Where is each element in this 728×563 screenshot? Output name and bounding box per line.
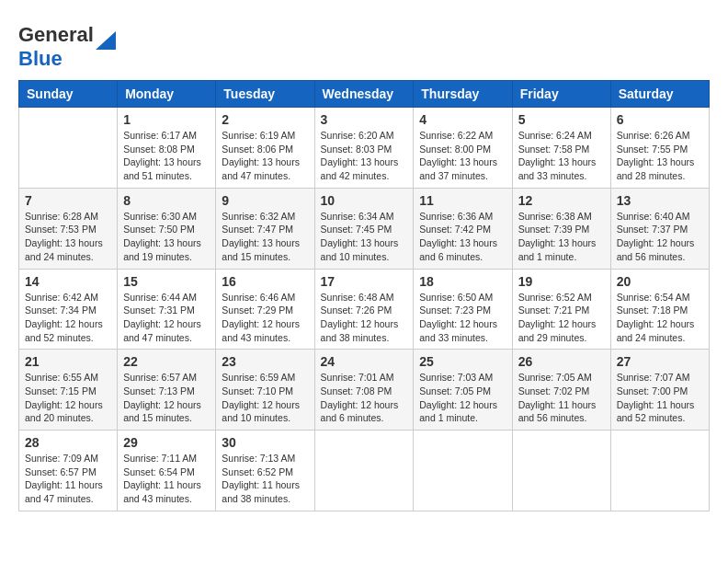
day-number: 25 xyxy=(419,354,506,369)
calendar-empty-cell xyxy=(314,431,414,511)
calendar-week-row: 28Sunrise: 7:09 AM Sunset: 6:57 PM Dayli… xyxy=(19,431,710,511)
day-info: Sunrise: 7:05 AM Sunset: 7:02 PM Dayligh… xyxy=(518,371,605,425)
day-number: 30 xyxy=(222,435,308,450)
day-number: 17 xyxy=(321,274,408,289)
calendar-week-row: 1Sunrise: 6:17 AM Sunset: 8:08 PM Daylig… xyxy=(19,108,710,189)
calendar-empty-cell xyxy=(610,431,709,511)
calendar-day-cell: 17Sunrise: 6:48 AM Sunset: 7:26 PM Dayli… xyxy=(314,269,414,350)
day-number: 23 xyxy=(222,354,308,369)
day-info: Sunrise: 7:13 AM Sunset: 6:52 PM Dayligh… xyxy=(222,452,308,506)
weekday-header: Thursday xyxy=(414,81,512,108)
day-info: Sunrise: 6:54 AM Sunset: 7:18 PM Dayligh… xyxy=(617,291,703,345)
day-info: Sunrise: 6:55 AM Sunset: 7:15 PM Dayligh… xyxy=(25,371,111,425)
calendar-empty-cell xyxy=(512,431,610,511)
day-info: Sunrise: 6:28 AM Sunset: 7:53 PM Dayligh… xyxy=(25,210,111,264)
day-number: 1 xyxy=(123,112,210,127)
day-number: 26 xyxy=(518,354,605,369)
calendar-day-cell: 24Sunrise: 7:01 AM Sunset: 7:08 PM Dayli… xyxy=(314,350,414,431)
day-info: Sunrise: 6:22 AM Sunset: 8:00 PM Dayligh… xyxy=(419,129,506,183)
day-info: Sunrise: 7:01 AM Sunset: 7:08 PM Dayligh… xyxy=(321,371,408,425)
day-number: 27 xyxy=(617,354,703,369)
day-info: Sunrise: 6:30 AM Sunset: 7:50 PM Dayligh… xyxy=(123,210,210,264)
day-info: Sunrise: 6:36 AM Sunset: 7:42 PM Dayligh… xyxy=(419,210,506,264)
calendar-week-row: 7Sunrise: 6:28 AM Sunset: 7:53 PM Daylig… xyxy=(19,188,710,269)
day-info: Sunrise: 6:48 AM Sunset: 7:26 PM Dayligh… xyxy=(321,291,408,345)
calendar-day-cell: 16Sunrise: 6:46 AM Sunset: 7:29 PM Dayli… xyxy=(216,269,314,350)
calendar-day-cell: 13Sunrise: 6:40 AM Sunset: 7:37 PM Dayli… xyxy=(610,188,709,269)
day-info: Sunrise: 6:34 AM Sunset: 7:45 PM Dayligh… xyxy=(321,210,408,264)
day-number: 22 xyxy=(123,354,210,369)
day-number: 9 xyxy=(222,193,308,208)
day-number: 13 xyxy=(617,193,703,208)
day-number: 21 xyxy=(25,354,111,369)
weekday-header: Saturday xyxy=(610,81,709,108)
calendar-day-cell: 5Sunrise: 6:24 AM Sunset: 7:58 PM Daylig… xyxy=(512,108,610,189)
day-info: Sunrise: 6:17 AM Sunset: 8:08 PM Dayligh… xyxy=(123,129,210,183)
day-number: 10 xyxy=(321,193,408,208)
calendar-day-cell: 19Sunrise: 6:52 AM Sunset: 7:21 PM Dayli… xyxy=(512,269,610,350)
day-number: 18 xyxy=(419,274,506,289)
calendar-empty-cell xyxy=(19,108,118,189)
logo-general: General xyxy=(18,23,94,46)
calendar-day-cell: 15Sunrise: 6:44 AM Sunset: 7:31 PM Dayli… xyxy=(118,269,216,350)
calendar-day-cell: 9Sunrise: 6:32 AM Sunset: 7:47 PM Daylig… xyxy=(216,188,314,269)
day-number: 7 xyxy=(25,193,111,208)
calendar-day-cell: 14Sunrise: 6:42 AM Sunset: 7:34 PM Dayli… xyxy=(19,269,118,350)
day-number: 6 xyxy=(617,112,703,127)
weekday-header: Monday xyxy=(118,81,216,108)
calendar-day-cell: 6Sunrise: 6:26 AM Sunset: 7:55 PM Daylig… xyxy=(610,108,709,189)
day-info: Sunrise: 7:03 AM Sunset: 7:05 PM Dayligh… xyxy=(419,371,506,425)
calendar-day-cell: 26Sunrise: 7:05 AM Sunset: 7:02 PM Dayli… xyxy=(512,350,610,431)
calendar-week-row: 21Sunrise: 6:55 AM Sunset: 7:15 PM Dayli… xyxy=(19,350,710,431)
calendar-day-cell: 8Sunrise: 6:30 AM Sunset: 7:50 PM Daylig… xyxy=(118,188,216,269)
weekday-header: Wednesday xyxy=(314,81,414,108)
day-number: 24 xyxy=(321,354,408,369)
day-info: Sunrise: 6:19 AM Sunset: 8:06 PM Dayligh… xyxy=(222,129,308,183)
day-number: 12 xyxy=(518,193,605,208)
day-number: 20 xyxy=(617,274,703,289)
calendar: SundayMondayTuesdayWednesdayThursdayFrid… xyxy=(18,80,710,511)
day-info: Sunrise: 6:44 AM Sunset: 7:31 PM Dayligh… xyxy=(123,291,210,345)
day-number: 19 xyxy=(518,274,605,289)
calendar-day-cell: 23Sunrise: 6:59 AM Sunset: 7:10 PM Dayli… xyxy=(216,350,314,431)
weekday-header: Sunday xyxy=(19,81,118,108)
day-info: Sunrise: 6:50 AM Sunset: 7:23 PM Dayligh… xyxy=(419,291,506,345)
day-number: 2 xyxy=(222,112,308,127)
calendar-day-cell: 1Sunrise: 6:17 AM Sunset: 8:08 PM Daylig… xyxy=(118,108,216,189)
day-info: Sunrise: 6:46 AM Sunset: 7:29 PM Dayligh… xyxy=(222,291,308,345)
weekday-header: Tuesday xyxy=(216,81,314,108)
day-info: Sunrise: 6:42 AM Sunset: 7:34 PM Dayligh… xyxy=(25,291,111,345)
day-info: Sunrise: 6:20 AM Sunset: 8:03 PM Dayligh… xyxy=(321,129,408,183)
day-number: 16 xyxy=(222,274,308,289)
calendar-empty-cell xyxy=(414,431,512,511)
day-number: 3 xyxy=(321,112,408,127)
logo-blue: Blue xyxy=(18,47,63,70)
day-info: Sunrise: 6:24 AM Sunset: 7:58 PM Dayligh… xyxy=(518,129,605,183)
logo-icon xyxy=(96,31,116,50)
day-info: Sunrise: 7:07 AM Sunset: 7:00 PM Dayligh… xyxy=(617,371,703,425)
day-info: Sunrise: 6:57 AM Sunset: 7:13 PM Dayligh… xyxy=(123,371,210,425)
day-info: Sunrise: 6:38 AM Sunset: 7:39 PM Dayligh… xyxy=(518,210,605,264)
day-number: 11 xyxy=(419,193,506,208)
calendar-day-cell: 12Sunrise: 6:38 AM Sunset: 7:39 PM Dayli… xyxy=(512,188,610,269)
day-info: Sunrise: 6:26 AM Sunset: 7:55 PM Dayligh… xyxy=(617,129,703,183)
calendar-day-cell: 25Sunrise: 7:03 AM Sunset: 7:05 PM Dayli… xyxy=(414,350,512,431)
svg-marker-0 xyxy=(96,31,116,50)
day-info: Sunrise: 7:11 AM Sunset: 6:54 PM Dayligh… xyxy=(123,452,210,506)
calendar-week-row: 14Sunrise: 6:42 AM Sunset: 7:34 PM Dayli… xyxy=(19,269,710,350)
day-number: 8 xyxy=(123,193,210,208)
calendar-day-cell: 27Sunrise: 7:07 AM Sunset: 7:00 PM Dayli… xyxy=(610,350,709,431)
calendar-day-cell: 21Sunrise: 6:55 AM Sunset: 7:15 PM Dayli… xyxy=(19,350,118,431)
calendar-day-cell: 22Sunrise: 6:57 AM Sunset: 7:13 PM Dayli… xyxy=(118,350,216,431)
calendar-day-cell: 29Sunrise: 7:11 AM Sunset: 6:54 PM Dayli… xyxy=(118,431,216,511)
calendar-day-cell: 10Sunrise: 6:34 AM Sunset: 7:45 PM Dayli… xyxy=(314,188,414,269)
day-number: 5 xyxy=(518,112,605,127)
day-number: 28 xyxy=(25,435,111,450)
calendar-day-cell: 28Sunrise: 7:09 AM Sunset: 6:57 PM Dayli… xyxy=(19,431,118,511)
day-info: Sunrise: 6:32 AM Sunset: 7:47 PM Dayligh… xyxy=(222,210,308,264)
day-number: 15 xyxy=(123,274,210,289)
calendar-day-cell: 11Sunrise: 6:36 AM Sunset: 7:42 PM Dayli… xyxy=(414,188,512,269)
calendar-day-cell: 4Sunrise: 6:22 AM Sunset: 8:00 PM Daylig… xyxy=(414,108,512,189)
calendar-day-cell: 18Sunrise: 6:50 AM Sunset: 7:23 PM Dayli… xyxy=(414,269,512,350)
day-info: Sunrise: 6:40 AM Sunset: 7:37 PM Dayligh… xyxy=(617,210,703,264)
